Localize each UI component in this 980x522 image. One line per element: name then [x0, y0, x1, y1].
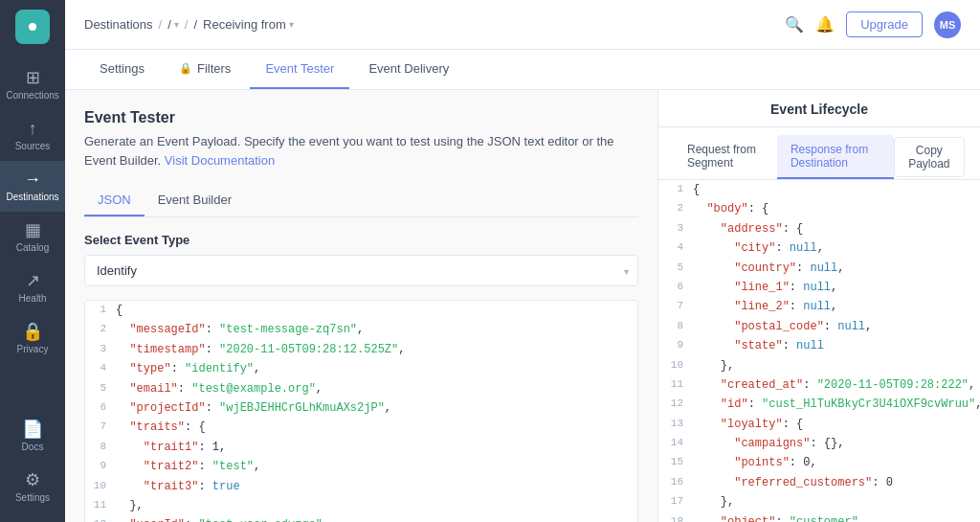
resp-line: 1{ — [658, 180, 980, 199]
code-line: 2 "messageId": "test-message-zq7sn", — [85, 320, 637, 339]
logo — [15, 10, 50, 44]
chevron-down-icon-2: ▾ — [289, 19, 294, 30]
inner-tab-json-label: JSON — [98, 193, 131, 207]
resp-line: 17 }, — [658, 492, 980, 511]
resp-line: 5 "country": null, — [658, 259, 980, 278]
resp-line: 7 "line_2": null, — [658, 297, 980, 316]
copy-payload-button[interactable]: Copy Payload — [894, 137, 965, 177]
catalog-icon: ▦ — [25, 221, 41, 238]
sidebar-item-connections[interactable]: ⊞ Connections — [0, 59, 65, 110]
resp-line: 2 "body": { — [658, 199, 980, 218]
code-line: 1 { — [85, 301, 637, 320]
code-line: 11 }, — [85, 496, 637, 515]
privacy-icon: 🔒 — [22, 323, 43, 340]
lifecycle-tab-response[interactable]: Response from Destination — [777, 135, 894, 179]
health-icon: ↗ — [26, 272, 40, 289]
sidebar-item-docs[interactable]: 📄 Docs — [0, 411, 65, 462]
resp-line: 16 "referred_customers": 0 — [658, 473, 980, 492]
breadcrumb-sep-2: / — [185, 17, 189, 32]
avatar[interactable]: MS — [934, 11, 961, 38]
resp-line: 9 "state": null — [658, 336, 980, 355]
tab-event-delivery[interactable]: Event Delivery — [353, 50, 464, 89]
resp-line: 12 "id": "cust_HlTuKBkyCr3U4iOXF9cvWruu"… — [658, 395, 980, 414]
code-line: 4 "type": "identify", — [85, 359, 637, 378]
upgrade-button[interactable]: Upgrade — [846, 11, 923, 37]
sidebar-item-destinations[interactable]: → Destinations — [0, 161, 65, 212]
content-area: Event Tester Generate an Event Payload. … — [65, 90, 980, 522]
breadcrumb-sep-1: / — [159, 17, 163, 32]
search-icon[interactable]: 🔍 — [785, 15, 804, 34]
code-editor[interactable]: 1 { 2 "messageId": "test-message-zq7sn",… — [84, 300, 638, 522]
resp-line: 11 "created_at": "2020-11-05T09:28:222", — [658, 375, 980, 395]
code-line: 9 "trait2": "test", — [85, 457, 637, 476]
tab-filters-label: Filters — [197, 61, 231, 76]
resp-line: 18 "object": "customer", — [658, 512, 980, 522]
lifecycle-title: Event Lifecycle — [674, 102, 965, 117]
sources-icon: ↑ — [29, 120, 37, 137]
lifecycle-tab-request[interactable]: Request from Segment — [674, 135, 777, 179]
tab-event-tester[interactable]: Event Tester — [250, 50, 349, 89]
lock-icon: 🔒 — [179, 62, 192, 75]
chevron-down-icon: ▾ — [174, 19, 179, 30]
event-type-select-wrapper: Identify Track Page Group ▾ — [84, 255, 638, 286]
sidebar-item-sources[interactable]: ↑ Sources — [0, 110, 65, 161]
resp-line: 10 }, — [658, 356, 980, 375]
tab-settings-label: Settings — [100, 61, 145, 76]
right-panel: Event Lifecycle Request from Segment Res… — [658, 90, 980, 522]
breadcrumb-destinations[interactable]: Destinations — [84, 17, 153, 32]
tab-event-tester-label: Event Tester — [265, 61, 334, 76]
inner-tab-json[interactable]: JSON — [84, 185, 145, 216]
breadcrumb-voucherify-link[interactable]: / — [167, 17, 171, 32]
code-line: 10 "trait3": true — [85, 477, 637, 496]
lifecycle-tabs-row: Request from Segment Response from Desti… — [658, 127, 980, 180]
breadcrumb-torchie[interactable]: Receiving from ▾ — [203, 17, 294, 32]
main-content: Destinations / / ▾ / / Receiving from ▾ … — [65, 0, 980, 522]
resp-line: 6 "line_1": null, — [658, 278, 980, 297]
inner-tab-event-builder[interactable]: Event Builder — [145, 185, 245, 216]
tabs-bar: Settings 🔒 Filters Event Tester Event De… — [65, 50, 980, 90]
breadcrumb-voucherify[interactable]: / ▾ — [167, 17, 179, 32]
response-code-block: 1{ 2 "body": { 3 "address": { 4 "city": … — [658, 180, 980, 522]
code-line: 3 "timestamp": "2020-11-05T09:28:12.525Z… — [85, 340, 637, 359]
header-icons: 🔍 🔔 Upgrade MS — [785, 11, 961, 38]
resp-line: 4 "city": null, — [658, 238, 980, 258]
sidebar-item-settings[interactable]: ⚙ Settings — [0, 462, 65, 512]
lifecycle-tab-response-label: Response from Destination — [791, 143, 868, 170]
resp-line: 8 "postal_code": null, — [658, 317, 980, 336]
tab-event-delivery-label: Event Delivery — [368, 61, 449, 76]
svg-point-0 — [29, 23, 36, 31]
code-line: 12 "userId": "test-user-odvzgs" — [85, 515, 637, 522]
code-line: 8 "trait1": 1, — [85, 438, 637, 457]
visit-documentation-link[interactable]: Visit Documentation — [165, 153, 275, 168]
lifecycle-tab-request-label: Request from Segment — [687, 143, 756, 170]
docs-icon: 📄 — [22, 420, 43, 438]
sidebar: ⊞ Connections ↑ Sources → Destinations ▦… — [0, 0, 65, 522]
breadcrumb: Destinations / / ▾ / / Receiving from ▾ — [84, 17, 785, 32]
bell-icon[interactable]: 🔔 — [815, 15, 835, 34]
resp-line: 13 "loyalty": { — [658, 415, 980, 434]
event-type-select[interactable]: Identify Track Page Group — [84, 255, 638, 286]
panel-title: Event Tester — [84, 109, 638, 126]
connections-icon: ⊞ — [26, 69, 40, 86]
destinations-icon: → — [24, 170, 41, 188]
resp-line: 3 "address": { — [658, 219, 980, 238]
panel-description: Generate an Event Payload. Specify the e… — [84, 132, 638, 170]
inner-tab-event-builder-label: Event Builder — [158, 193, 232, 207]
select-event-type-label: Select Event Type — [84, 233, 638, 247]
code-line: 6 "projectId": "wjEBJEHHCrGLhKmuAXs2jP", — [85, 398, 637, 418]
lifecycle-header: Event Lifecycle — [658, 90, 980, 127]
tab-settings[interactable]: Settings — [84, 50, 160, 89]
sidebar-item-health[interactable]: ↗ Health — [0, 262, 65, 313]
breadcrumb-receiving: / — [193, 17, 197, 32]
code-line: 7 "traits": { — [85, 418, 637, 437]
header: Destinations / / ▾ / / Receiving from ▾ … — [65, 0, 980, 50]
code-line: 5 "email": "test@example.org", — [85, 379, 637, 398]
left-panel: Event Tester Generate an Event Payload. … — [65, 90, 658, 522]
breadcrumb-torchie-link[interactable]: Receiving from — [203, 17, 286, 32]
settings-icon: ⚙ — [25, 471, 40, 488]
tab-filters[interactable]: 🔒 Filters — [164, 50, 246, 89]
sidebar-item-catalog[interactable]: ▦ Catalog — [0, 212, 65, 262]
resp-line: 14 "campaigns": {}, — [658, 434, 980, 453]
sidebar-item-privacy[interactable]: 🔒 Privacy — [0, 313, 65, 364]
inner-tabs: JSON Event Builder — [84, 185, 638, 217]
